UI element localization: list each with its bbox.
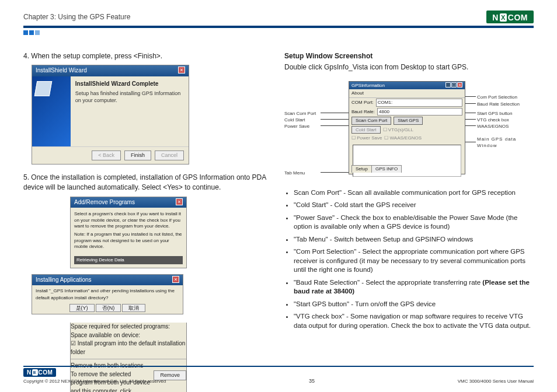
window-title: Add/Remove Programs <box>74 198 135 207</box>
label-main-window: Main GPS data Window <box>477 136 530 149</box>
baud-rate-label: Baud Rate: <box>351 108 375 116</box>
step-5: 5. Once the installation is completed, i… <box>23 173 273 392</box>
vtg-checkbox[interactable]: ☐ VTG(s)/GLL <box>383 127 413 134</box>
window-title: Installing Applications <box>36 276 92 285</box>
close-icon[interactable]: × <box>172 276 179 283</box>
baud-rate-select[interactable]: 4800 <box>377 108 462 116</box>
list-item: "Cold Start" - Cold start the GPS receiv… <box>294 201 534 210</box>
label-waas: WAAS/EGNOS <box>477 123 509 130</box>
cancel-button[interactable]: 取消 <box>122 304 145 312</box>
decorative-squares <box>23 30 534 35</box>
annotated-screenshot: Scan Com Port Cold Start Power Save Tab … <box>284 78 534 183</box>
no-button[interactable]: 否(N) <box>96 304 121 312</box>
list-item: "Com Port Selection" - Select the approp… <box>294 247 534 275</box>
window-titlebar: GPSInformation _□× <box>349 82 465 90</box>
feature-bullets: Scan Com Port" - Scan all available comm… <box>284 188 534 331</box>
maximize-icon[interactable]: □ <box>451 82 457 88</box>
close-icon[interactable]: × <box>178 66 185 74</box>
installshield-window: InstallShield Wizard × InstallShield Wiz… <box>32 65 189 164</box>
page-footer: NECOM Copyright © 2012 NEXCOM Internatio… <box>23 366 534 384</box>
left-column: 4. When the setup complete, press <Finis… <box>23 51 273 392</box>
space-required-label: Space required for selected programs: <box>71 323 186 331</box>
header-rule <box>23 26 534 28</box>
label-tab: Tab Menu <box>284 170 305 177</box>
nexcom-logo-footer: NECOM <box>23 368 56 377</box>
section-intro: Double click GpsInfo_Vista icon from Des… <box>284 62 534 72</box>
com-port-select[interactable]: COM1: <box>376 99 462 107</box>
yes-button[interactable]: 是(Y) <box>69 304 95 312</box>
close-icon[interactable]: × <box>457 82 462 88</box>
label-power: Power Save <box>284 123 309 130</box>
right-column: Setup Window Screenshot Double click Gps… <box>284 51 534 392</box>
list-item: "Start GPS button" - Turn on/off the GPS… <box>294 300 534 309</box>
waas-checkbox[interactable]: ☐ WAAS/EGNOS <box>384 135 422 142</box>
window-titlebar: Add/Remove Programs × <box>71 197 186 208</box>
window-titlebar: InstallShield Wizard × <box>32 65 189 76</box>
label-start: Start GPS button <box>477 110 512 117</box>
list-item: "Tab Menu" - Switch between Setup and GP… <box>294 235 534 244</box>
wizard-heading: InstallShield Wizard Complete <box>75 80 184 89</box>
tab-gpsinfo[interactable]: GPS INFO <box>371 165 402 173</box>
default-folder-checkbox[interactable]: Install program into the default install… <box>71 340 186 356</box>
wizard-side-graphic <box>32 76 71 146</box>
add-remove-window: Add/Remove Programs × Select a program's… <box>70 197 187 268</box>
scan-com-port-button[interactable]: Scan Com Port <box>351 117 391 125</box>
disc-icon <box>34 81 53 96</box>
wizard-body: Setup has finished installing GPS Inform… <box>75 90 184 104</box>
step-text: When the setup complete, press <Finish>. <box>31 52 162 60</box>
list-item: Scan Com Port" - Scan all available comm… <box>294 188 534 198</box>
chapter-title: Chapter 3: Using the GPS Feature <box>23 13 130 21</box>
nexcom-logo: NE COM NXCOM <box>486 10 534 23</box>
cancel-button[interactable]: Cancel <box>155 150 184 160</box>
tab-setup[interactable]: Setup <box>351 165 372 173</box>
doc-title: VMC 3000/4000 Series User Manual <box>458 379 534 384</box>
section-heading: Setup Window Screenshot <box>284 51 534 61</box>
label-scan: Scan Com Port <box>284 110 316 117</box>
step-text: Once the installation is completed, inst… <box>23 173 266 191</box>
minimize-icon[interactable]: _ <box>445 82 451 88</box>
window-title: InstallShield Wizard <box>36 66 87 75</box>
gpsinfo-window: GPSInformation _□× About COM Port: COM1:… <box>349 81 465 174</box>
close-icon[interactable]: × <box>176 198 183 205</box>
step-number: 5. <box>23 173 29 181</box>
menu-about[interactable]: About <box>349 89 465 98</box>
com-port-label: COM Port: <box>351 99 374 106</box>
label-vtg: VTG check box <box>477 117 509 124</box>
label-cold: Cold Start <box>284 117 305 124</box>
status-row: Retrieving Device Data <box>74 256 183 264</box>
list-item: "VTG check box" - Some navigation or map… <box>294 312 534 330</box>
dialog-note: Note: If a program that you installed is… <box>74 232 183 250</box>
window-title: GPSInformation <box>351 82 385 89</box>
back-button[interactable]: < Back <box>92 150 121 160</box>
finish-button[interactable]: Finish <box>124 150 151 160</box>
power-save-checkbox[interactable]: ☐ Power Save <box>351 135 382 142</box>
installing-apps-window: Installing Applications × Install "_GPS … <box>32 274 183 314</box>
window-titlebar: Installing Applications × <box>32 275 183 286</box>
step-number: 4. <box>23 52 29 60</box>
space-available-label: Space available on device: <box>71 331 186 340</box>
start-gps-button[interactable]: Start GPS <box>394 117 423 125</box>
page-header: Chapter 3: Using the GPS Feature NE COM … <box>23 10 534 23</box>
dialog-text: Install "_GPS Information" and other pen… <box>36 288 179 300</box>
page-number: 35 <box>309 378 315 384</box>
list-item: "Baud Rate Selection" - Select the appro… <box>294 278 534 296</box>
label-com: Com Port Selection <box>477 94 517 101</box>
list-item: "Power Save" - Check the box to enable/d… <box>294 214 534 232</box>
copyright-text: Copyright © 2012 NEXCOM International Co… <box>23 379 166 384</box>
dialog-text: Select a program's check box if you want… <box>74 211 183 229</box>
cold-start-button[interactable]: Cold Start <box>351 126 381 134</box>
label-baud: Baud Rate Selection <box>477 101 520 108</box>
step-4: 4. When the setup complete, press <Finis… <box>23 51 273 164</box>
